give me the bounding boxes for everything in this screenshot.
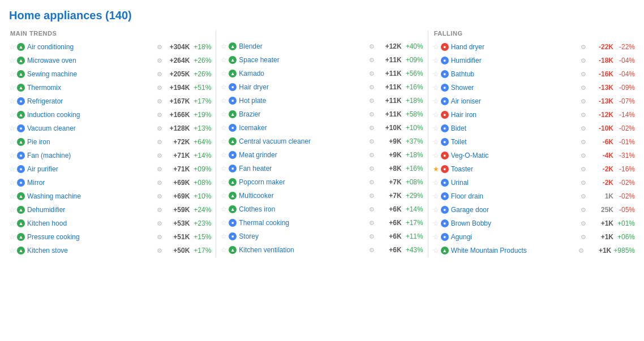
star-icon[interactable]: ☆ [433, 219, 439, 227]
item-name[interactable]: Central vacuum cleaner [239, 137, 366, 145]
gear-icon[interactable]: ⚙ [581, 152, 586, 159]
star-icon[interactable]: ☆ [433, 97, 439, 105]
star-icon[interactable]: ☆ [9, 247, 15, 254]
item-name[interactable]: Hair dryer [239, 83, 366, 91]
item-name[interactable]: Popcorn maker [239, 178, 366, 186]
gear-icon[interactable]: ⚙ [157, 44, 162, 51]
star-icon[interactable]: ☆ [221, 219, 227, 227]
star-icon[interactable]: ☆ [9, 206, 15, 214]
gear-icon[interactable]: ⚙ [581, 206, 586, 214]
item-name[interactable]: Air ioniser [451, 97, 578, 105]
star-icon[interactable]: ☆ [221, 97, 227, 105]
item-name[interactable]: White Mountain Products [451, 247, 577, 254]
star-icon[interactable]: ☆ [9, 57, 15, 64]
item-name[interactable]: Kamado [239, 70, 366, 77]
item-name[interactable]: Vacuum cleaner [27, 124, 154, 132]
item-name[interactable]: Brazier [239, 110, 366, 118]
gear-icon[interactable]: ⚙ [581, 111, 586, 119]
star-icon[interactable]: ☆ [433, 84, 439, 92]
item-name[interactable]: Kitchen ventilation [239, 246, 366, 254]
item-name[interactable]: Meat grinder [239, 151, 366, 159]
gear-icon[interactable]: ⚙ [157, 125, 162, 132]
star-icon[interactable]: ☆ [9, 219, 15, 227]
gear-icon[interactable]: ⚙ [157, 166, 162, 173]
star-icon[interactable]: ☆ [433, 152, 439, 159]
gear-icon[interactable]: ⚙ [581, 57, 586, 64]
gear-icon[interactable]: ⚙ [369, 84, 375, 91]
star-icon[interactable]: ☆ [433, 233, 439, 241]
item-name[interactable]: Washing machine [27, 192, 154, 200]
star-icon[interactable]: ☆ [221, 124, 227, 132]
gear-icon[interactable]: ⚙ [369, 70, 375, 77]
gear-icon[interactable]: ⚙ [157, 234, 162, 241]
gear-icon[interactable]: ⚙ [581, 193, 586, 200]
item-name[interactable]: Fan heater [239, 165, 366, 172]
star-icon[interactable]: ☆ [9, 152, 15, 159]
gear-icon[interactable]: ⚙ [369, 152, 375, 159]
star-icon[interactable]: ☆ [221, 178, 227, 186]
item-name[interactable]: Veg-O-Matic [451, 152, 578, 159]
star-icon[interactable]: ☆ [9, 138, 15, 146]
item-name[interactable]: Thermomix [27, 84, 154, 92]
gear-icon[interactable]: ⚙ [369, 57, 375, 64]
star-icon[interactable]: ☆ [433, 192, 439, 200]
item-name[interactable]: Fan (machine) [27, 152, 154, 159]
star-icon[interactable]: ☆ [433, 206, 439, 214]
star-icon[interactable]: ☆ [433, 70, 439, 78]
item-name[interactable]: Thermal cooking [239, 219, 366, 227]
item-name[interactable]: Hand dryer [451, 43, 578, 51]
item-name[interactable]: Microwave oven [27, 57, 154, 64]
item-name[interactable]: Pie iron [27, 138, 154, 146]
item-name[interactable]: Brown Bobby [451, 219, 578, 227]
star-icon[interactable]: ☆ [221, 205, 227, 213]
star-icon[interactable]: ☆ [221, 165, 227, 172]
gear-icon[interactable]: ⚙ [581, 166, 586, 173]
item-name[interactable]: Urinal [451, 179, 578, 187]
gear-icon[interactable]: ⚙ [369, 111, 375, 118]
gear-icon[interactable]: ⚙ [578, 247, 584, 254]
gear-icon[interactable]: ⚙ [157, 71, 162, 78]
gear-icon[interactable]: ⚙ [581, 220, 586, 227]
star-icon[interactable]: ☆ [9, 179, 15, 187]
star-icon[interactable]: ☆ [9, 97, 15, 105]
item-name[interactable]: Refrigerator [27, 97, 154, 105]
item-name[interactable]: Clothes iron [239, 205, 366, 213]
item-name[interactable]: Shower [451, 84, 578, 92]
gear-icon[interactable]: ⚙ [157, 220, 162, 227]
gear-icon[interactable]: ⚙ [581, 71, 586, 78]
gear-icon[interactable]: ⚙ [157, 98, 162, 105]
star-icon[interactable]: ☆ [9, 233, 15, 241]
star-icon[interactable]: ☆ [9, 124, 15, 132]
star-icon[interactable]: ☆ [433, 179, 439, 187]
star-icon[interactable]: ☆ [221, 192, 227, 200]
item-name[interactable]: Multicooker [239, 192, 366, 200]
gear-icon[interactable]: ⚙ [157, 139, 162, 146]
item-name[interactable]: Pressure cooking [27, 233, 154, 241]
star-icon[interactable]: ☆ [221, 151, 227, 159]
star-icon[interactable]: ☆ [433, 43, 439, 51]
item-name[interactable]: Hot plate [239, 97, 366, 105]
gear-icon[interactable]: ⚙ [369, 97, 375, 105]
gear-icon[interactable]: ⚙ [369, 179, 375, 186]
gear-icon[interactable]: ⚙ [369, 206, 375, 213]
gear-icon[interactable]: ⚙ [581, 234, 586, 241]
gear-icon[interactable]: ⚙ [581, 44, 586, 51]
gear-icon[interactable]: ⚙ [157, 57, 162, 64]
star-icon[interactable]: ★ [433, 165, 439, 173]
item-name[interactable]: Air purifier [27, 165, 154, 173]
item-name[interactable]: Air conditioning [27, 43, 154, 51]
item-name[interactable]: Bathtub [451, 70, 578, 78]
star-icon[interactable]: ☆ [221, 42, 227, 50]
star-icon[interactable]: ☆ [221, 246, 227, 254]
gear-icon[interactable]: ⚙ [581, 84, 586, 92]
item-name[interactable]: Mirror [27, 179, 154, 187]
star-icon[interactable]: ☆ [433, 57, 439, 64]
star-icon[interactable]: ☆ [221, 56, 227, 64]
star-icon[interactable]: ☆ [433, 124, 439, 132]
gear-icon[interactable]: ⚙ [157, 179, 162, 187]
item-name[interactable]: Space heater [239, 56, 366, 64]
star-icon[interactable]: ☆ [221, 110, 227, 118]
gear-icon[interactable]: ⚙ [369, 219, 375, 227]
star-icon[interactable]: ☆ [221, 70, 227, 77]
star-icon[interactable]: ☆ [9, 84, 15, 92]
